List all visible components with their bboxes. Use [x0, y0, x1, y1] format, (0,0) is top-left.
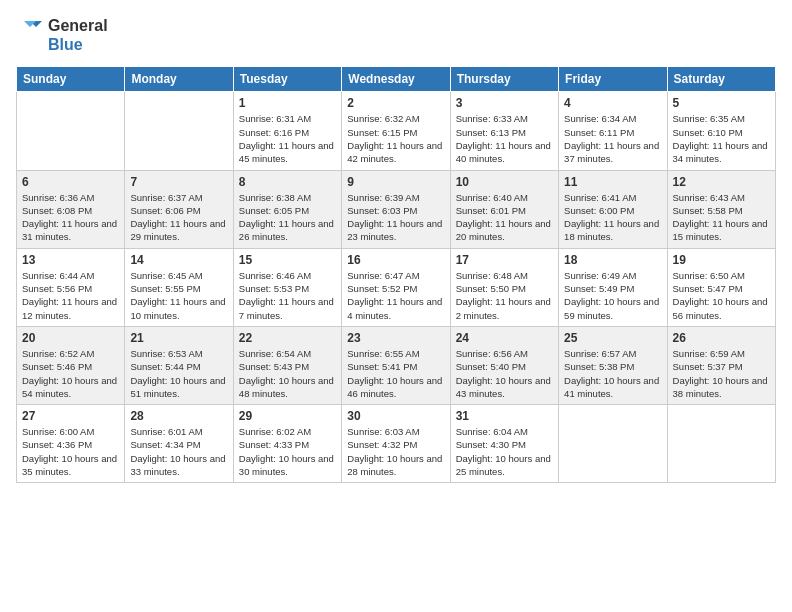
cell-content: Sunrise: 6:03 AM Sunset: 4:32 PM Dayligh…: [347, 425, 444, 478]
calendar-cell: 16Sunrise: 6:47 AM Sunset: 5:52 PM Dayli…: [342, 248, 450, 326]
cell-content: Sunrise: 6:54 AM Sunset: 5:43 PM Dayligh…: [239, 347, 336, 400]
calendar-week-row: 20Sunrise: 6:52 AM Sunset: 5:46 PM Dayli…: [17, 326, 776, 404]
cell-content: Sunrise: 6:48 AM Sunset: 5:50 PM Dayligh…: [456, 269, 553, 322]
day-number: 12: [673, 175, 770, 189]
day-number: 13: [22, 253, 119, 267]
cell-content: Sunrise: 6:49 AM Sunset: 5:49 PM Dayligh…: [564, 269, 661, 322]
cell-content: Sunrise: 6:34 AM Sunset: 6:11 PM Dayligh…: [564, 112, 661, 165]
day-number: 17: [456, 253, 553, 267]
day-header-tuesday: Tuesday: [233, 67, 341, 92]
calendar-cell: 30Sunrise: 6:03 AM Sunset: 4:32 PM Dayli…: [342, 405, 450, 483]
logo-blue-text: Blue: [48, 35, 108, 54]
calendar-cell: [667, 405, 775, 483]
day-header-saturday: Saturday: [667, 67, 775, 92]
cell-content: Sunrise: 6:00 AM Sunset: 4:36 PM Dayligh…: [22, 425, 119, 478]
calendar-cell: 15Sunrise: 6:46 AM Sunset: 5:53 PM Dayli…: [233, 248, 341, 326]
day-number: 23: [347, 331, 444, 345]
day-number: 3: [456, 96, 553, 110]
calendar-cell: 19Sunrise: 6:50 AM Sunset: 5:47 PM Dayli…: [667, 248, 775, 326]
calendar-week-row: 1Sunrise: 6:31 AM Sunset: 6:16 PM Daylig…: [17, 92, 776, 170]
day-number: 8: [239, 175, 336, 189]
day-number: 14: [130, 253, 227, 267]
cell-content: Sunrise: 6:38 AM Sunset: 6:05 PM Dayligh…: [239, 191, 336, 244]
calendar-cell: 6Sunrise: 6:36 AM Sunset: 6:08 PM Daylig…: [17, 170, 125, 248]
day-number: 4: [564, 96, 661, 110]
day-number: 20: [22, 331, 119, 345]
cell-content: Sunrise: 6:01 AM Sunset: 4:34 PM Dayligh…: [130, 425, 227, 478]
calendar-cell: 11Sunrise: 6:41 AM Sunset: 6:00 PM Dayli…: [559, 170, 667, 248]
calendar-cell: 13Sunrise: 6:44 AM Sunset: 5:56 PM Dayli…: [17, 248, 125, 326]
calendar-cell: 8Sunrise: 6:38 AM Sunset: 6:05 PM Daylig…: [233, 170, 341, 248]
day-number: 5: [673, 96, 770, 110]
calendar-cell: 20Sunrise: 6:52 AM Sunset: 5:46 PM Dayli…: [17, 326, 125, 404]
day-number: 15: [239, 253, 336, 267]
cell-content: Sunrise: 6:46 AM Sunset: 5:53 PM Dayligh…: [239, 269, 336, 322]
day-number: 10: [456, 175, 553, 189]
calendar-cell: [559, 405, 667, 483]
day-header-monday: Monday: [125, 67, 233, 92]
day-number: 18: [564, 253, 661, 267]
logo-general-text: General: [48, 16, 108, 35]
day-number: 27: [22, 409, 119, 423]
calendar-cell: 22Sunrise: 6:54 AM Sunset: 5:43 PM Dayli…: [233, 326, 341, 404]
day-number: 21: [130, 331, 227, 345]
calendar-cell: 1Sunrise: 6:31 AM Sunset: 6:16 PM Daylig…: [233, 92, 341, 170]
calendar-cell: 31Sunrise: 6:04 AM Sunset: 4:30 PM Dayli…: [450, 405, 558, 483]
calendar-week-row: 27Sunrise: 6:00 AM Sunset: 4:36 PM Dayli…: [17, 405, 776, 483]
cell-content: Sunrise: 6:02 AM Sunset: 4:33 PM Dayligh…: [239, 425, 336, 478]
calendar-cell: 26Sunrise: 6:59 AM Sunset: 5:37 PM Dayli…: [667, 326, 775, 404]
cell-content: Sunrise: 6:59 AM Sunset: 5:37 PM Dayligh…: [673, 347, 770, 400]
day-number: 6: [22, 175, 119, 189]
day-number: 30: [347, 409, 444, 423]
cell-content: Sunrise: 6:47 AM Sunset: 5:52 PM Dayligh…: [347, 269, 444, 322]
day-number: 25: [564, 331, 661, 345]
calendar-header-row: SundayMondayTuesdayWednesdayThursdayFrid…: [17, 67, 776, 92]
calendar-cell: 3Sunrise: 6:33 AM Sunset: 6:13 PM Daylig…: [450, 92, 558, 170]
day-header-sunday: Sunday: [17, 67, 125, 92]
calendar-cell: 21Sunrise: 6:53 AM Sunset: 5:44 PM Dayli…: [125, 326, 233, 404]
logo-svg-icon: [16, 19, 44, 47]
cell-content: Sunrise: 6:56 AM Sunset: 5:40 PM Dayligh…: [456, 347, 553, 400]
calendar-table: SundayMondayTuesdayWednesdayThursdayFrid…: [16, 66, 776, 483]
cell-content: Sunrise: 6:35 AM Sunset: 6:10 PM Dayligh…: [673, 112, 770, 165]
calendar-cell: 18Sunrise: 6:49 AM Sunset: 5:49 PM Dayli…: [559, 248, 667, 326]
calendar-cell: 23Sunrise: 6:55 AM Sunset: 5:41 PM Dayli…: [342, 326, 450, 404]
cell-content: Sunrise: 6:57 AM Sunset: 5:38 PM Dayligh…: [564, 347, 661, 400]
calendar-cell: 4Sunrise: 6:34 AM Sunset: 6:11 PM Daylig…: [559, 92, 667, 170]
calendar-cell: 14Sunrise: 6:45 AM Sunset: 5:55 PM Dayli…: [125, 248, 233, 326]
cell-content: Sunrise: 6:41 AM Sunset: 6:00 PM Dayligh…: [564, 191, 661, 244]
day-number: 11: [564, 175, 661, 189]
day-number: 22: [239, 331, 336, 345]
day-number: 7: [130, 175, 227, 189]
day-header-friday: Friday: [559, 67, 667, 92]
day-number: 9: [347, 175, 444, 189]
calendar-cell: 7Sunrise: 6:37 AM Sunset: 6:06 PM Daylig…: [125, 170, 233, 248]
page-header: General Blue: [16, 16, 776, 54]
calendar-cell: 2Sunrise: 6:32 AM Sunset: 6:15 PM Daylig…: [342, 92, 450, 170]
calendar-cell: 17Sunrise: 6:48 AM Sunset: 5:50 PM Dayli…: [450, 248, 558, 326]
day-number: 29: [239, 409, 336, 423]
cell-content: Sunrise: 6:44 AM Sunset: 5:56 PM Dayligh…: [22, 269, 119, 322]
cell-content: Sunrise: 6:53 AM Sunset: 5:44 PM Dayligh…: [130, 347, 227, 400]
day-number: 28: [130, 409, 227, 423]
cell-content: Sunrise: 6:37 AM Sunset: 6:06 PM Dayligh…: [130, 191, 227, 244]
cell-content: Sunrise: 6:31 AM Sunset: 6:16 PM Dayligh…: [239, 112, 336, 165]
cell-content: Sunrise: 6:43 AM Sunset: 5:58 PM Dayligh…: [673, 191, 770, 244]
calendar-cell: [17, 92, 125, 170]
day-header-wednesday: Wednesday: [342, 67, 450, 92]
calendar-cell: 29Sunrise: 6:02 AM Sunset: 4:33 PM Dayli…: [233, 405, 341, 483]
cell-content: Sunrise: 6:39 AM Sunset: 6:03 PM Dayligh…: [347, 191, 444, 244]
day-number: 19: [673, 253, 770, 267]
cell-content: Sunrise: 6:52 AM Sunset: 5:46 PM Dayligh…: [22, 347, 119, 400]
day-number: 16: [347, 253, 444, 267]
cell-content: Sunrise: 6:45 AM Sunset: 5:55 PM Dayligh…: [130, 269, 227, 322]
cell-content: Sunrise: 6:50 AM Sunset: 5:47 PM Dayligh…: [673, 269, 770, 322]
cell-content: Sunrise: 6:36 AM Sunset: 6:08 PM Dayligh…: [22, 191, 119, 244]
cell-content: Sunrise: 6:33 AM Sunset: 6:13 PM Dayligh…: [456, 112, 553, 165]
calendar-cell: 10Sunrise: 6:40 AM Sunset: 6:01 PM Dayli…: [450, 170, 558, 248]
calendar-cell: 28Sunrise: 6:01 AM Sunset: 4:34 PM Dayli…: [125, 405, 233, 483]
cell-content: Sunrise: 6:40 AM Sunset: 6:01 PM Dayligh…: [456, 191, 553, 244]
cell-content: Sunrise: 6:32 AM Sunset: 6:15 PM Dayligh…: [347, 112, 444, 165]
calendar-week-row: 13Sunrise: 6:44 AM Sunset: 5:56 PM Dayli…: [17, 248, 776, 326]
day-header-thursday: Thursday: [450, 67, 558, 92]
